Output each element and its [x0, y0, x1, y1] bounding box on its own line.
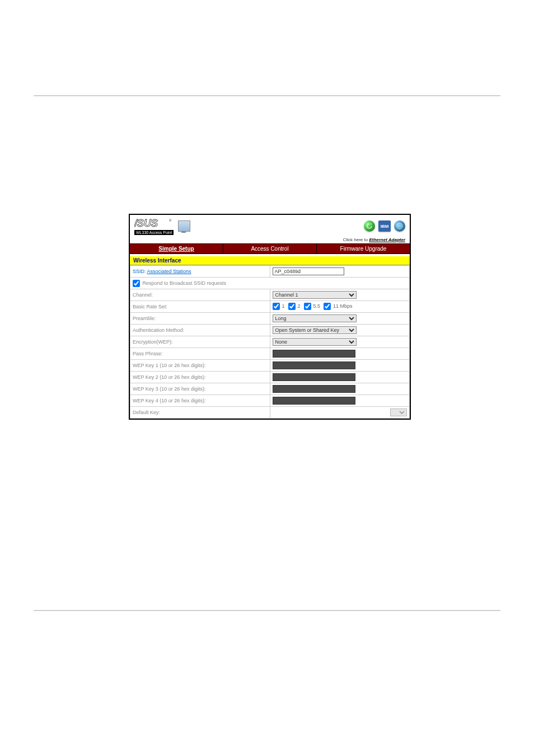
logo-subtext: WL330 Access Point	[134, 230, 174, 235]
config-window: /SUS ® WL330 Access Point IBM Click here…	[129, 214, 411, 420]
rate-1-checkbox[interactable]	[273, 303, 280, 310]
tab-simple-setup[interactable]: Simple Setup	[130, 244, 223, 253]
tab-access-control[interactable]: Access Control	[223, 244, 317, 253]
wep-key2-label: WEP Key 2 (10 or 26 hex digits):	[130, 372, 270, 383]
page-bottom-separator	[34, 610, 500, 612]
wep-key1-label: WEP Key 1 (10 or 26 hex digits):	[130, 360, 270, 372]
logo-section: /SUS ® WL330 Access Point	[134, 217, 190, 235]
svg-text:/SUS: /SUS	[134, 218, 158, 229]
wep-key2-input[interactable]	[273, 373, 355, 381]
svg-text:®: ®	[169, 219, 172, 222]
refresh-icon[interactable]	[364, 220, 375, 232]
channel-select[interactable]: Channel 1	[273, 291, 357, 299]
header-bar: /SUS ® WL330 Access Point IBM	[130, 215, 410, 237]
rate-11-label: 11 Mbps	[333, 303, 353, 309]
passphrase-input[interactable]	[273, 350, 355, 358]
wep-key4-input[interactable]	[273, 397, 355, 405]
asus-logo: /SUS ® WL330 Access Point	[134, 217, 174, 235]
rate-55-checkbox[interactable]	[304, 303, 311, 310]
monitor-icon	[178, 220, 190, 232]
respond-broadcast-checkbox[interactable]	[133, 280, 140, 287]
tab-bar: Simple Setup Access Control Firmware Upg…	[130, 243, 410, 254]
wep-key3-label: WEP Key 3 (10 or 26 hex digits):	[130, 383, 270, 395]
wep-key3-input[interactable]	[273, 385, 355, 393]
rate-2-checkbox[interactable]	[288, 303, 296, 310]
preamble-label: Preamble:	[130, 313, 270, 325]
ibm-icon[interactable]: IBM	[378, 220, 391, 232]
associated-stations-link[interactable]: Associated Stations	[147, 269, 191, 274]
basic-rate-label: Basic Rate Set:	[130, 301, 270, 313]
ethernet-adapter-link[interactable]: Ethernet Adapter	[369, 237, 405, 242]
passphrase-label: Pass Phrase:	[130, 348, 270, 360]
header-icons: IBM	[364, 220, 405, 232]
rate-2-label: 2	[298, 303, 301, 309]
rate-11-checkbox[interactable]	[324, 303, 331, 310]
default-key-label: Default Key:	[130, 407, 270, 419]
preamble-select[interactable]: Long	[273, 314, 357, 322]
respond-broadcast-label: Respond to Broadcast SSID requests	[143, 280, 227, 285]
config-table: SSID: Associated Stations Respond to Bro…	[130, 265, 410, 419]
globe-icon[interactable]	[394, 220, 405, 232]
rate-1-label: 1	[282, 303, 285, 309]
ssid-label: SSID:	[133, 269, 146, 274]
encryption-select[interactable]: None	[273, 338, 357, 346]
wep-key4-label: WEP Key 4 (10 or 26 hex digits):	[130, 395, 270, 407]
mode-switch-label: Click here to Ethernet Adapter	[130, 237, 410, 243]
page-top-separator	[34, 95, 500, 102]
channel-label: Channel:	[130, 289, 270, 301]
ssid-input[interactable]	[273, 267, 344, 275]
default-key-select	[390, 408, 407, 416]
tab-firmware-upgrade[interactable]: Firmware Upgrade	[317, 244, 410, 253]
auth-method-label: Authentication Method:	[130, 325, 270, 336]
encryption-label: Encryption(WEP):	[130, 336, 270, 348]
auth-method-select[interactable]: Open System or Shared Key	[273, 326, 357, 334]
wep-key1-input[interactable]	[273, 361, 355, 369]
wireless-interface-header: Wireless Interface	[130, 256, 410, 265]
rate-55-label: 5.5	[313, 303, 321, 309]
